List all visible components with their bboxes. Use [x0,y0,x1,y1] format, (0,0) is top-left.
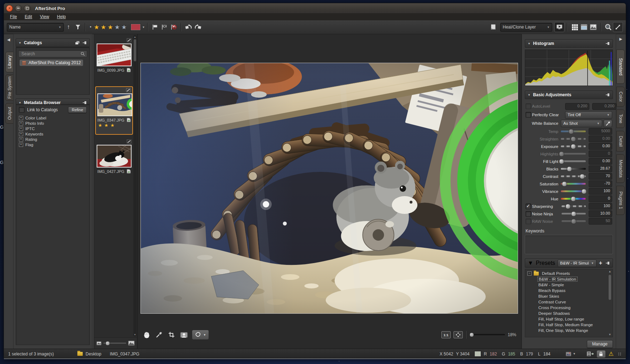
layer-selector-dropdown[interactable]: Heal/Clone Layer ▼ [500,23,552,32]
contrast-slider[interactable] [561,175,586,177]
filmstrip-scrollbar[interactable]: ▲ ▼ [133,35,137,337]
preset-folder-row[interactable]: − Default Presets [527,271,613,276]
slider-thumb[interactable] [565,204,571,209]
slider-thumb[interactable] [571,196,576,201]
rating-star-5-icon[interactable]: ★ [121,24,127,30]
scroll-down-icon[interactable]: ▼ [133,333,137,336]
image-view-icon[interactable] [589,22,598,32]
tab-library[interactable]: Library [5,52,14,72]
tint-dropdown[interactable]: Tint Off ▼ [565,111,612,119]
straighten-slider[interactable] [561,138,586,140]
collapse-right-panel-icon[interactable]: ▶ [619,37,622,41]
saturation-slider[interactable] [561,183,586,185]
exposure-slider[interactable] [561,145,586,147]
slider-thumb[interactable] [571,136,576,142]
slider-thumb[interactable] [571,144,576,149]
stack-icon[interactable] [75,41,80,45]
hue-slider[interactable] [561,198,586,200]
scroll-down-icon[interactable]: ▼ [608,333,612,336]
exposure-value[interactable]: 0.00 [589,143,612,150]
noise-ninja-checkbox[interactable] [526,211,531,217]
slider-thumb[interactable] [571,219,577,224]
tree-item-color-label[interactable]: +Color Label [19,115,87,121]
expand-icon[interactable]: + [19,132,23,136]
manage-presets-button[interactable]: Manage [587,340,613,348]
rating-star-2-icon[interactable]: ★ [100,24,107,30]
rating-star-1-icon[interactable]: ★ [93,24,100,30]
autolevel-checkbox[interactable] [526,103,531,109]
presets-scrollbar[interactable]: ▲ ▼ [608,270,612,336]
tab-standard[interactable]: Standard [616,50,625,84]
tab-output[interactable]: Output [5,103,14,124]
highlights-slider[interactable] [561,153,586,155]
tree-item-flag[interactable]: +Flag [19,142,87,147]
preset-item[interactable]: Fill, Half Stop, Medium Range [527,322,613,328]
sharpening-value[interactable]: 100 [589,203,612,210]
preset-item[interactable]: B&W - Simple [527,282,613,288]
scroll-up-icon[interactable]: ▲ [133,36,137,38]
rating-star-3-icon[interactable]: ★ [107,24,114,30]
rotate-left-icon[interactable] [184,22,193,32]
sort-direction-icon[interactable]: ↑ [64,22,73,32]
collapse-section-icon[interactable]: ▼ [528,93,531,97]
histogram-header[interactable]: ▼ Histogram [525,39,613,48]
color-label-dropdown-icon[interactable]: ▼ [142,26,145,29]
pin-icon[interactable] [605,93,610,97]
straighten-value[interactable]: 0.00 [589,135,612,142]
slider-thumb[interactable] [580,174,585,179]
collapse-icon[interactable]: − [527,271,532,276]
hue-value[interactable]: 0 [589,195,612,202]
noise-ninja-value[interactable]: 10.00 [589,210,612,217]
presets-header[interactable]: ▼ Presets B&W - IR Simulation ▼ + [525,258,613,268]
grid-view-icon[interactable] [570,22,579,32]
sort-field-dropdown[interactable]: Name ▼ [7,23,64,32]
blacks-value[interactable]: 28.67 [589,165,612,172]
preset-item[interactable]: Fill, One Stop, Wide Range [527,328,613,333]
slider-thumb[interactable] [559,159,564,164]
tab-detail[interactable]: Detail [616,131,625,152]
white-balance-dropdown[interactable]: As Shot ▼ [561,120,602,127]
collapse-section-icon[interactable]: ▼ [528,260,533,266]
keywords-textarea[interactable] [525,235,613,254]
tab-file-system[interactable]: File System [5,75,14,101]
tab-tone[interactable]: Tone [616,109,625,128]
collapse-left-panel-icon[interactable]: ◀ [7,37,10,42]
resize-grip[interactable] [618,352,621,356]
basic-adjustments-header[interactable]: ▼ Basic Adjustments [525,91,613,99]
preset-selector-dropdown[interactable]: B&W - IR Simulation ▼ [558,260,596,267]
tree-item-keywords[interactable]: +Keywords [19,131,87,137]
add-preset-icon[interactable]: + [599,260,602,266]
pan-hand-icon[interactable] [142,330,151,339]
flag-pick-icon[interactable] [150,22,160,32]
preset-item[interactable]: Fill, Half Stop, Low range [527,316,613,322]
chevron-down-icon[interactable]: ▼ [203,333,206,337]
thumbnail-rating-stars[interactable]: ★ ★ ★ [98,123,130,128]
autolevel-value-1[interactable]: 0.200 [565,103,589,110]
thumbnail-size-slider[interactable] [103,343,126,344]
lock-button[interactable] [596,350,606,358]
scrollbar-thumb[interactable] [134,39,136,61]
vibrance-slider[interactable] [561,190,586,192]
vibrance-value[interactable]: 100 [589,188,612,195]
pin-icon[interactable] [605,261,610,265]
autolevel-value-2[interactable]: 0.200 [592,103,616,110]
temp-value[interactable]: 5000 [589,128,612,135]
slider-thumb[interactable] [582,189,587,194]
photo-frame[interactable] [140,63,518,314]
thumbnail-img-0099[interactable]: IMG_0099.JPG [95,37,133,83]
layers-icon[interactable] [489,22,498,32]
tree-item-iptc[interactable]: +IPTC [19,126,87,131]
menu-file[interactable]: File [7,14,20,20]
preset-item[interactable]: Bleach Bypass [527,288,613,293]
proof-profile-control[interactable]: ▼ [565,352,576,357]
fill-light-slider[interactable] [561,160,586,162]
catalog-item-selected[interactable]: AfterShot Pro Catalog 2012 [20,60,83,66]
tab-metadata[interactable]: Metadata [616,154,625,183]
catalog-search[interactable] [18,50,87,57]
rotate-right-icon[interactable] [193,22,203,32]
blacks-slider[interactable] [561,168,586,170]
rating-none-icon[interactable]: • [88,25,93,30]
preset-item[interactable]: Bluer Skies [527,293,613,299]
collapse-section-icon[interactable]: ▼ [19,41,21,45]
filter-icon[interactable] [73,22,82,32]
